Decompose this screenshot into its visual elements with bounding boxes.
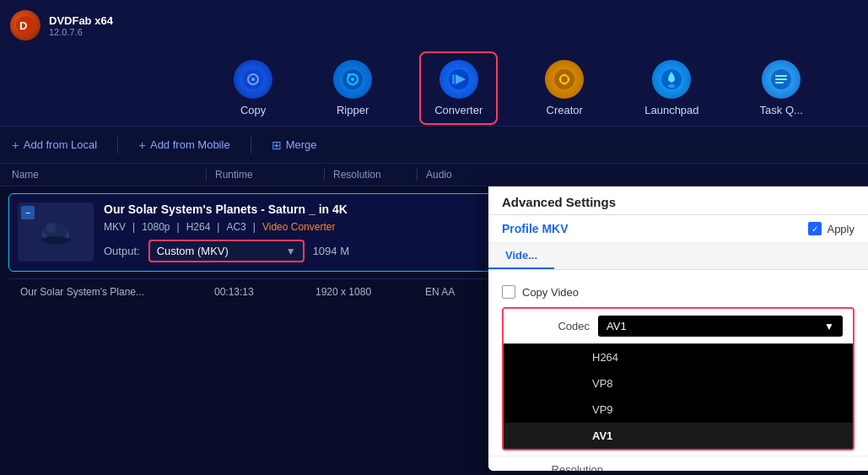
- toolbar-divider-2: [251, 137, 251, 154]
- codec-option-av1[interactable]: AV1: [504, 423, 853, 449]
- apply-checkbox[interactable]: ✓: [808, 222, 822, 235]
- svg-text:D: D: [19, 19, 27, 32]
- collapse-button[interactable]: −: [21, 206, 35, 219]
- thumbnail-icon: [35, 211, 77, 253]
- main-content: − Our Solar System's Planets - Saturn _ …: [0, 186, 868, 471]
- codec-label: Codec: [514, 320, 590, 332]
- svg-point-27: [46, 223, 56, 233]
- advanced-tabs: Vide...: [488, 243, 868, 270]
- codec-row: Codec AV1 ▼: [504, 309, 853, 343]
- toolbar: + Add from Local + Add from Mobile ⊞ Mer…: [0, 127, 868, 164]
- launchpad-nav-icon: [652, 60, 691, 99]
- output-select[interactable]: Custom (MKV) ▼: [148, 240, 305, 262]
- output-select-text: Custom (MKV): [157, 245, 286, 257]
- copy-video-row: Copy Video: [488, 278, 868, 302]
- copy-nav-label: Copy: [240, 104, 266, 116]
- profile-row: Profile MKV ✓ Apply: [488, 215, 868, 243]
- col-runtime: Runtime: [206, 169, 324, 181]
- svg-rect-12: [452, 74, 455, 84]
- svg-rect-9: [348, 73, 350, 76]
- nav-item-launchpad[interactable]: Launchpad: [631, 53, 712, 123]
- col-audio: Audio: [417, 169, 484, 181]
- meta-div-1: |: [132, 221, 135, 233]
- codec-option-h264[interactable]: H264: [504, 344, 853, 370]
- tab-video[interactable]: Vide...: [488, 243, 554, 269]
- svg-point-17: [559, 78, 562, 81]
- svg-point-18: [568, 78, 570, 81]
- add-local-button[interactable]: + Add from Local: [12, 138, 97, 152]
- codec-select[interactable]: AV1 ▼: [598, 316, 843, 337]
- add-mobile-label: Add from Mobile: [150, 138, 230, 151]
- codec-dropdown-list: H264 VP8 VP9 AV1: [504, 343, 853, 449]
- codec-select-text: AV1: [607, 320, 824, 332]
- svg-point-8: [351, 78, 354, 81]
- svg-point-16: [563, 83, 566, 85]
- taskq-nav-label: Task Q...: [760, 104, 803, 116]
- codec-option-vp8[interactable]: VP8: [504, 370, 853, 397]
- copy-video-checkbox[interactable]: [502, 285, 515, 299]
- svg-point-28: [40, 236, 71, 245]
- codec-dropdown-icon: ▼: [824, 321, 834, 332]
- add-mobile-plus-icon: +: [138, 138, 146, 152]
- video-converter-label: Video Converter: [262, 221, 336, 233]
- nav-item-copy[interactable]: Copy: [220, 53, 286, 123]
- launchpad-nav-label: Launchpad: [644, 104, 698, 116]
- output-label: Output:: [104, 245, 140, 257]
- merge-button[interactable]: ⊞ Merge: [272, 138, 317, 152]
- svg-point-15: [563, 74, 566, 77]
- svg-rect-23: [775, 78, 787, 80]
- app-logo: D: [10, 10, 40, 40]
- file-audio: AC3: [226, 221, 245, 233]
- app-title: DVDFab x64: [49, 14, 113, 27]
- col-resolution: Resolution: [324, 169, 417, 181]
- converter-nav-label: Converter: [434, 104, 483, 116]
- logo-icon: D: [15, 15, 35, 35]
- svg-point-20: [668, 84, 675, 88]
- svg-point-5: [249, 75, 251, 78]
- advanced-settings-header: Advanced Settings: [488, 186, 868, 215]
- output-size: 1094 M: [313, 245, 349, 257]
- meta-div-3: |: [217, 221, 219, 233]
- title-bar: D DVDFab x64 12.0.7.6: [0, 0, 868, 51]
- svg-point-4: [251, 78, 255, 81]
- apply-check-row: ✓ Apply: [808, 222, 855, 235]
- svg-rect-22: [775, 75, 787, 77]
- advanced-body: Copy Video Codec AV1 ▼ H264 VP8 VP9 AV1: [488, 270, 868, 471]
- copy-video-label: Copy Video: [522, 286, 579, 299]
- profile-label: Profile MKV: [502, 222, 800, 235]
- app-name-block: DVDFab x64 12.0.7.6: [49, 14, 113, 37]
- apply-label: Apply: [827, 223, 855, 235]
- svg-point-13: [554, 69, 574, 89]
- app-version: 12.0.7.6: [49, 27, 113, 37]
- summary-name: Our Solar System's Plane...: [20, 286, 197, 298]
- summary-resolution: 1920 x 1080: [315, 286, 408, 298]
- ripper-nav-label: Ripper: [337, 104, 369, 116]
- taskq-nav-icon: [762, 60, 801, 99]
- ripper-nav-icon: [333, 60, 372, 99]
- nav-item-taskq[interactable]: Task Q...: [747, 53, 817, 123]
- advanced-settings-panel: Advanced Settings Profile MKV ✓ Apply Vi…: [488, 186, 868, 471]
- resolution-row: Resolution: [488, 456, 868, 471]
- merge-icon: ⊞: [272, 138, 282, 152]
- collapse-icon: −: [25, 208, 30, 218]
- codec-dropdown-area: Codec AV1 ▼ H264 VP8 VP9 AV1: [502, 307, 855, 451]
- nav-item-ripper[interactable]: Ripper: [320, 53, 385, 123]
- meta-div-4: |: [253, 221, 256, 233]
- table-header: Name Runtime Resolution Audio: [0, 164, 868, 186]
- summary-time: 00:13:13: [214, 286, 299, 298]
- file-resolution: 1080p: [142, 221, 170, 233]
- nav-item-converter[interactable]: Converter: [419, 51, 498, 125]
- codec-option-vp9[interactable]: VP9: [504, 397, 853, 423]
- meta-div-2: |: [177, 221, 180, 233]
- converter-nav-icon: [439, 60, 478, 99]
- toolbar-divider-1: [117, 137, 118, 154]
- thumbnail-wrapper: −: [18, 202, 94, 262]
- file-format: MKV: [104, 221, 126, 233]
- nav-item-creator[interactable]: Creator: [531, 53, 597, 123]
- copy-nav-icon: [234, 60, 272, 99]
- file-codec: H264: [186, 221, 211, 233]
- merge-label: Merge: [286, 138, 317, 151]
- add-local-plus-icon: +: [12, 138, 19, 152]
- add-mobile-button[interactable]: + Add from Mobile: [138, 138, 229, 152]
- creator-nav-icon: [545, 60, 584, 99]
